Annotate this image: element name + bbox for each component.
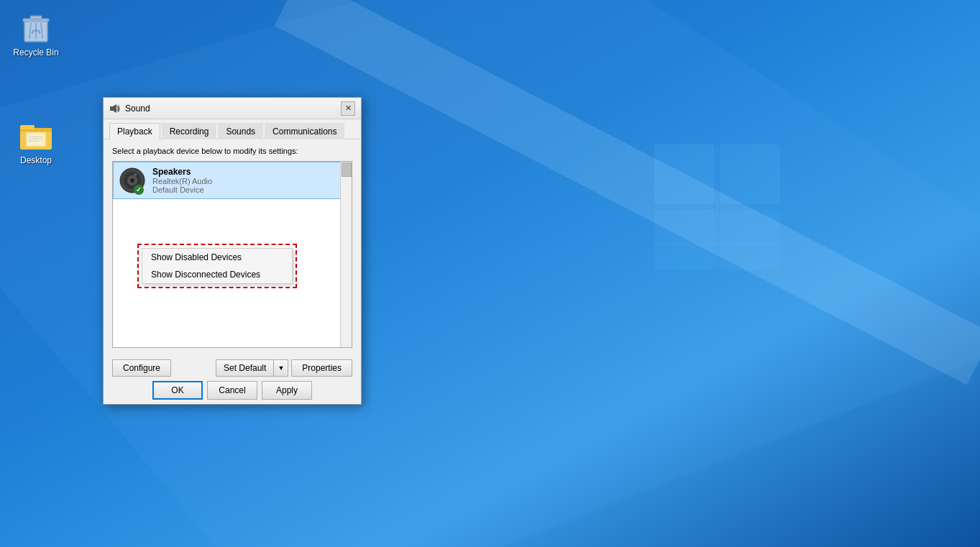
- context-menu: Show Disabled Devices Show Disconnected …: [142, 248, 293, 284]
- button-row-2: OK Cancel Apply: [112, 381, 352, 400]
- set-default-arrow[interactable]: ▼: [274, 360, 288, 376]
- svg-point-29: [134, 173, 137, 176]
- cancel-button[interactable]: Cancel: [207, 381, 257, 400]
- recycle-bin-label: Recycle Bin: [13, 47, 58, 58]
- device-driver: Realtek(R) Audio: [152, 177, 345, 185]
- device-list-scrollbar[interactable]: [340, 162, 352, 347]
- desktop-folder-label: Desktop: [20, 155, 52, 165]
- dialog-titlebar: Sound ✕: [104, 98, 361, 119]
- set-default-button[interactable]: Set Default: [216, 360, 274, 376]
- tabs-container: Playback Recording Sounds Communications: [104, 119, 361, 139]
- dialog-close-button[interactable]: ✕: [341, 101, 355, 116]
- apply-button[interactable]: Apply: [262, 381, 312, 400]
- dialog-title-text: Sound: [125, 104, 150, 114]
- tab-recording[interactable]: Recording: [162, 123, 217, 139]
- device-info: Speakers Realtek(R) Audio Default Device: [152, 167, 345, 194]
- svg-rect-23: [110, 106, 113, 111]
- svg-rect-11: [30, 16, 42, 19]
- sound-dialog: Sound ✕ Playback Recording Sounds Commun…: [103, 97, 362, 405]
- dialog-body: Select a playback device below to modify…: [104, 139, 361, 355]
- svg-rect-4: [654, 209, 715, 270]
- device-status: Default Device: [152, 185, 345, 194]
- dialog-instruction: Select a playback device below to modify…: [112, 147, 352, 155]
- context-menu-show-disabled[interactable]: Show Disabled Devices: [142, 249, 292, 266]
- properties-button[interactable]: Properties: [291, 359, 352, 377]
- desktop-folder-image: [19, 118, 53, 152]
- recycle-bin-icon[interactable]: Recycle Bin: [7, 7, 65, 60]
- dialog-title-left: Sound: [109, 103, 150, 114]
- configure-button[interactable]: Configure: [112, 359, 171, 377]
- ok-button[interactable]: OK: [152, 381, 203, 400]
- svg-line-8: [288, 0, 980, 359]
- sound-title-icon: [109, 103, 121, 114]
- device-name: Speakers: [152, 167, 345, 177]
- default-device-badge: ✓: [134, 185, 144, 195]
- svg-rect-19: [27, 134, 45, 145]
- tab-sounds[interactable]: Sounds: [218, 123, 263, 139]
- device-icon-speakers: ✓: [119, 167, 145, 193]
- recycle-bin-image: [19, 10, 53, 45]
- dialog-bottom: Configure Set Default ▼ Properties OK Ca…: [104, 355, 361, 404]
- context-menu-show-disconnected[interactable]: Show Disconnected Devices: [142, 266, 292, 283]
- tab-communications[interactable]: Communications: [265, 123, 344, 139]
- svg-marker-24: [113, 104, 116, 113]
- svg-rect-5: [720, 209, 780, 270]
- device-item-speakers[interactable]: ✓ Speakers Realtek(R) Audio Default Devi…: [113, 162, 352, 199]
- svg-rect-3: [720, 144, 780, 204]
- set-default-split-button[interactable]: Set Default ▼: [216, 359, 288, 377]
- desktop-folder-icon[interactable]: Desktop: [7, 115, 65, 168]
- svg-rect-2: [654, 144, 715, 204]
- svg-point-28: [130, 178, 134, 183]
- svg-rect-17: [20, 125, 35, 129]
- button-row-1: Configure Set Default ▼ Properties: [112, 359, 352, 377]
- scrollbar-thumb[interactable]: [342, 162, 352, 177]
- device-list[interactable]: ✓ Speakers Realtek(R) Audio Default Devi…: [112, 161, 352, 348]
- tab-playback[interactable]: Playback: [109, 123, 160, 139]
